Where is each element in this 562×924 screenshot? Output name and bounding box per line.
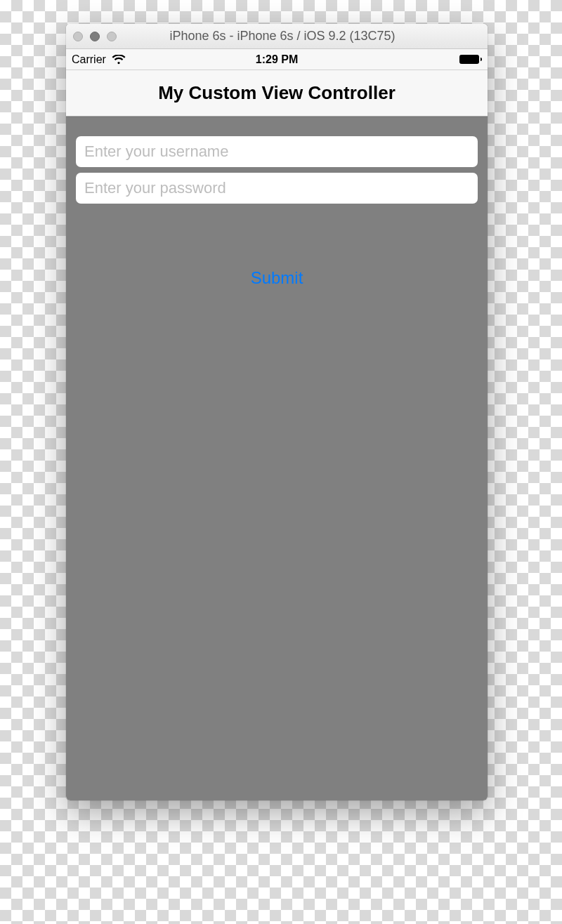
form-area: Submit <box>66 117 488 800</box>
ios-navbar: My Custom View Controller <box>66 70 488 117</box>
carrier-label: Carrier <box>72 53 106 66</box>
battery-icon <box>459 55 482 64</box>
device-screen: Carrier 1:29 PM My Custom View Controlle… <box>66 49 488 800</box>
close-window-icon[interactable] <box>73 32 83 41</box>
statusbar-time: 1:29 PM <box>66 53 488 66</box>
password-input[interactable] <box>76 173 478 204</box>
ios-statusbar: Carrier 1:29 PM <box>66 49 488 70</box>
mac-titlebar: iPhone 6s - iPhone 6s / iOS 9.2 (13C75) <box>66 24 488 49</box>
statusbar-right <box>459 55 482 64</box>
window-title: iPhone 6s - iPhone 6s / iOS 9.2 (13C75) <box>84 29 481 44</box>
page-title: My Custom View Controller <box>158 82 396 104</box>
wifi-icon <box>112 55 126 65</box>
username-input[interactable] <box>76 136 478 167</box>
submit-button[interactable]: Submit <box>244 264 311 292</box>
simulator-window: iPhone 6s - iPhone 6s / iOS 9.2 (13C75) … <box>66 24 488 800</box>
statusbar-left: Carrier <box>72 53 126 66</box>
